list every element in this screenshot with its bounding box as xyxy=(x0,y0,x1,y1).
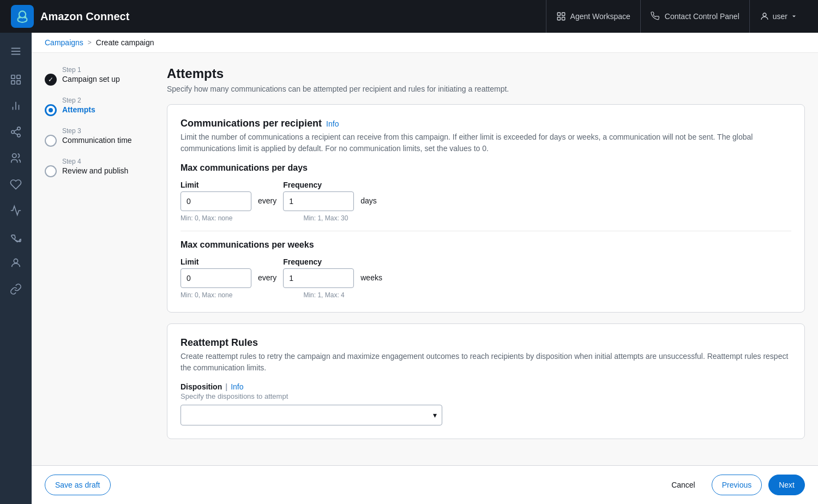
comm-info-link[interactable]: Info xyxy=(326,119,339,128)
contact-control-panel-nav[interactable]: Contact Control Panel xyxy=(641,0,750,33)
days-limit-group: Limit xyxy=(181,181,251,211)
next-button[interactable]: Next xyxy=(768,475,805,495)
disposition-hint: Specify the dispositions to attempt xyxy=(181,392,791,400)
svg-point-23 xyxy=(13,154,16,158)
weeks-limit-group: Limit xyxy=(181,257,251,288)
breadcrumb-current: Create campaign xyxy=(96,38,154,47)
step-4-name: Review and publish xyxy=(62,166,128,175)
svg-rect-13 xyxy=(11,81,15,84)
reattempt-desc: Create reattempt rules to retry the camp… xyxy=(181,351,791,374)
step-1-name: Campaign set up xyxy=(62,75,120,83)
days-limit-hint: Min: 0, Max: none xyxy=(181,214,232,222)
weeks-limit-hint: Min: 0, Max: none xyxy=(181,291,232,299)
user-menu[interactable]: user xyxy=(750,0,807,33)
weeks-limit-input[interactable] xyxy=(181,268,251,288)
svg-point-2 xyxy=(24,16,26,19)
sidebar-metrics-icon[interactable] xyxy=(4,199,28,223)
weeks-hints: Min: 0, Max: none Min: 1, Max: 4 xyxy=(181,291,791,299)
days-limit-input[interactable] xyxy=(181,191,251,211)
step-2-name: Attempts xyxy=(62,105,95,114)
agent-workspace-nav[interactable]: Agent Workspace xyxy=(546,0,641,33)
max-per-weeks-title: Max communications per weeks xyxy=(181,240,791,250)
weeks-frequency-hint: Min: 1, Max: 4 xyxy=(303,291,344,299)
svg-point-7 xyxy=(763,13,766,16)
step-2-indicator xyxy=(45,104,57,116)
step-1: ✓ Step 1 Campaign set up xyxy=(45,66,154,86)
disposition-select-wrapper: ▾ xyxy=(181,405,442,425)
svg-line-21 xyxy=(14,133,17,135)
cancel-button[interactable]: Cancel xyxy=(661,475,705,495)
svg-rect-11 xyxy=(11,75,15,79)
svg-rect-4 xyxy=(562,13,564,15)
page-title: Attempts xyxy=(167,66,805,81)
page-subtitle: Specify how many communications can be a… xyxy=(167,85,805,93)
menu-toggle[interactable] xyxy=(4,39,28,63)
weeks-every-label: every xyxy=(258,273,276,282)
days-frequency-label: Frequency xyxy=(283,181,354,189)
footer-left: Save as draft xyxy=(45,475,111,495)
comm-per-recipient-card: Communications per recipient Info Limit … xyxy=(167,104,805,313)
footer: Save as draft Cancel Previous Next xyxy=(32,465,818,504)
svg-line-22 xyxy=(14,129,17,131)
max-per-days-row: Limit every Frequency days xyxy=(181,181,791,211)
sidebar-users-icon[interactable] xyxy=(4,146,28,170)
main-wrapper: Campaigns > Create campaign ✓ Step 1 Cam… xyxy=(32,33,818,504)
app-title: Amazon Connect xyxy=(40,10,129,23)
weeks-unit-label: weeks xyxy=(360,273,382,282)
top-navigation: Amazon Connect Agent Workspace Contact C… xyxy=(0,0,818,33)
breadcrumb: Campaigns > Create campaign xyxy=(32,33,818,53)
step-3-indicator xyxy=(45,135,57,147)
reattempt-rules-card: Reattempt Rules Create reattempt rules t… xyxy=(167,323,805,439)
step-2-number: Step 2 xyxy=(62,97,95,104)
comm-card-desc: Limit the number of communications a rec… xyxy=(181,131,791,154)
step-3-number: Step 3 xyxy=(62,127,132,135)
user-label: user xyxy=(773,12,787,21)
step-1-number: Step 1 xyxy=(62,66,120,74)
disposition-select[interactable] xyxy=(181,405,442,425)
svg-point-1 xyxy=(19,16,21,19)
svg-point-18 xyxy=(17,127,21,130)
step-3: Step 3 Communication time xyxy=(45,127,154,147)
contact-control-panel-label: Contact Control Panel xyxy=(665,12,739,21)
days-unit-label: days xyxy=(360,196,377,205)
days-every-label: every xyxy=(258,196,276,205)
sidebar-phone-icon[interactable] xyxy=(4,225,28,249)
breadcrumb-parent[interactable]: Campaigns xyxy=(45,38,83,47)
max-per-weeks-row: Limit every Frequency weeks xyxy=(181,257,791,288)
svg-rect-5 xyxy=(557,17,560,20)
days-limit-label: Limit xyxy=(181,181,251,189)
steps-panel: ✓ Step 1 Campaign set up Step 2 Attempts xyxy=(45,66,154,452)
reattempt-title: Reattempt Rules xyxy=(181,337,791,349)
step-4: Step 4 Review and publish xyxy=(45,158,154,177)
days-frequency-group: Frequency xyxy=(283,181,354,211)
weeks-limit-label: Limit xyxy=(181,257,251,266)
save-as-draft-button[interactable]: Save as draft xyxy=(45,475,111,495)
sidebar-analytics-icon[interactable] xyxy=(4,94,28,118)
step-1-indicator: ✓ xyxy=(45,74,57,86)
chevron-down-icon xyxy=(791,13,797,20)
max-per-weeks-section: Max communications per weeks Limit every… xyxy=(181,240,791,299)
max-per-days-title: Max communications per days xyxy=(181,163,791,173)
sidebar-agent-icon[interactable] xyxy=(4,172,28,196)
previous-button[interactable]: Previous xyxy=(712,475,762,495)
comm-card-title: Communications per recipient Info xyxy=(181,118,791,129)
disposition-info-link[interactable]: Info xyxy=(231,382,243,391)
sidebar-routing-icon[interactable] xyxy=(4,120,28,144)
sidebar xyxy=(0,33,32,504)
disposition-label: Disposition | Info xyxy=(181,382,791,391)
svg-rect-6 xyxy=(562,17,564,20)
weeks-frequency-input[interactable] xyxy=(283,268,354,288)
sidebar-profile-icon[interactable] xyxy=(4,251,28,275)
sidebar-integration-icon[interactable] xyxy=(4,277,28,301)
days-frequency-input[interactable] xyxy=(283,191,354,211)
svg-rect-12 xyxy=(17,75,20,79)
days-frequency-hint: Min: 1, Max: 30 xyxy=(303,214,348,222)
weeks-frequency-group: Frequency xyxy=(283,257,354,288)
weeks-frequency-label: Frequency xyxy=(283,257,354,266)
app-logo xyxy=(11,5,34,28)
svg-point-24 xyxy=(14,259,17,263)
svg-rect-3 xyxy=(557,13,560,15)
sidebar-dashboard-icon[interactable] xyxy=(4,68,28,92)
max-per-days-section: Max communications per days Limit every … xyxy=(181,163,791,222)
form-area: Attempts Specify how many communications… xyxy=(167,66,805,452)
